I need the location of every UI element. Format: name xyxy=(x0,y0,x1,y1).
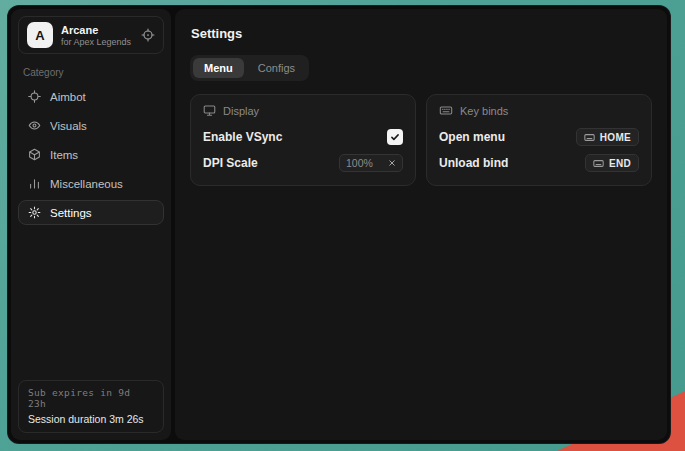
dpi-scale-row: DPI Scale 100% xyxy=(203,151,403,175)
setting-label: DPI Scale xyxy=(203,156,258,170)
subscription-info-card: Sub expires in 9d 23h Session duration 3… xyxy=(18,380,164,433)
vsync-checkbox[interactable] xyxy=(387,129,403,145)
settings-cards: Display Enable VSync DPI Scale 100% xyxy=(190,94,652,186)
sidebar-item-label: Visuals xyxy=(50,120,87,132)
app-logo-letter: A xyxy=(35,28,44,43)
setting-label: Unload bind xyxy=(439,156,508,170)
category-label: Category xyxy=(23,67,159,78)
sidebar-item-aimbot[interactable]: Aimbot xyxy=(18,84,164,109)
keybinds-card: Key binds Open menu HOME xyxy=(426,94,652,186)
sidebar-item-label: Settings xyxy=(50,207,92,219)
keybind-value: END xyxy=(609,158,631,169)
open-menu-row: Open menu HOME xyxy=(439,125,639,149)
gear-icon xyxy=(27,206,41,219)
sidebar-item-label: Aimbot xyxy=(50,91,86,103)
dpi-scale-input[interactable]: 100% xyxy=(339,154,403,172)
sub-expires-text: Sub expires in 9d 23h xyxy=(28,387,154,409)
display-card: Display Enable VSync DPI Scale 100% xyxy=(190,94,416,186)
sidebar-item-visuals[interactable]: Visuals xyxy=(18,113,164,138)
keyboard-icon xyxy=(593,158,604,169)
app-logo: A xyxy=(27,22,53,48)
tab-menu[interactable]: Menu xyxy=(193,58,244,78)
setting-label: Open menu xyxy=(439,130,505,144)
sidebar: A Arcane for Apex Legends Category xyxy=(11,9,171,440)
enable-vsync-row: Enable VSync xyxy=(203,125,403,149)
sidebar-item-miscellaneous[interactable]: Miscellaneous xyxy=(18,171,164,196)
page-title: Settings xyxy=(191,26,652,41)
card-title: Key binds xyxy=(460,105,508,117)
check-icon xyxy=(390,132,400,142)
app-subtitle: for Apex Legends xyxy=(61,37,131,47)
eye-icon xyxy=(27,119,41,132)
setting-label: Enable VSync xyxy=(203,130,282,144)
app-header-card: A Arcane for Apex Legends xyxy=(18,16,164,54)
keyboard-icon xyxy=(584,132,595,143)
unload-keybind-button[interactable]: END xyxy=(585,154,639,172)
cube-icon xyxy=(27,148,41,161)
sidebar-item-settings[interactable]: Settings xyxy=(18,200,164,225)
x-icon[interactable] xyxy=(388,159,396,167)
monitor-icon xyxy=(203,104,216,117)
card-title: Display xyxy=(223,105,259,117)
open-menu-keybind-button[interactable]: HOME xyxy=(576,128,639,146)
crosshair-icon xyxy=(27,90,41,103)
tab-configs[interactable]: Configs xyxy=(247,58,306,78)
keyboard-icon xyxy=(439,104,453,117)
bar-chart-icon xyxy=(27,177,41,190)
main-panel: Settings Menu Configs Display xyxy=(175,9,667,440)
sidebar-item-items[interactable]: Items xyxy=(18,142,164,167)
sidebar-item-label: Miscellaneous xyxy=(50,178,123,190)
tab-bar: Menu Configs xyxy=(190,55,309,81)
target-icon[interactable] xyxy=(141,28,155,42)
sidebar-item-label: Items xyxy=(50,149,78,161)
keybind-value: HOME xyxy=(600,132,631,143)
unload-bind-row: Unload bind END xyxy=(439,151,639,175)
session-duration-text: Session duration 3m 26s xyxy=(28,413,154,425)
app-name: Arcane xyxy=(61,24,131,36)
app-window: A Arcane for Apex Legends Category xyxy=(7,5,671,444)
dpi-scale-value: 100% xyxy=(346,157,373,169)
